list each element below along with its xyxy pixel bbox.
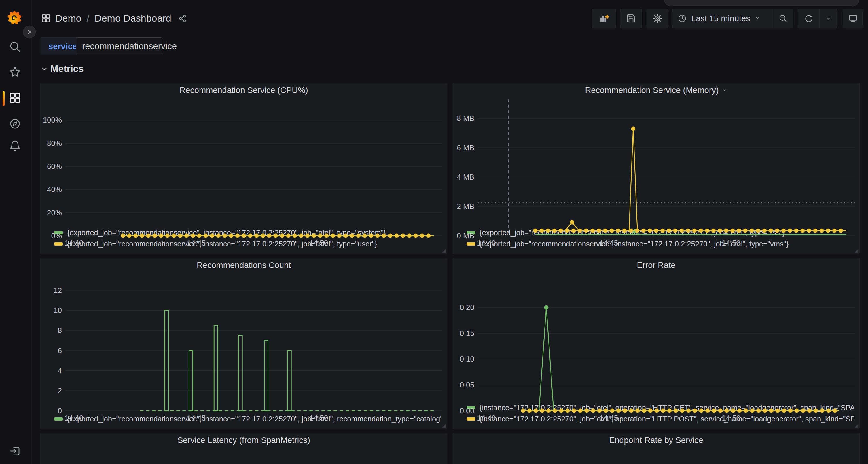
panel-resize-handle[interactable] [442,424,446,428]
section-title: Metrics [51,63,84,74]
breadcrumb-page-title[interactable]: Demo Dashboard [94,13,171,24]
svg-text:8 MB: 8 MB [457,114,474,123]
add-panel-button[interactable] [592,9,616,28]
svg-text:6: 6 [58,346,62,355]
chart-area[interactable]: 0%20%40%60%80%100%14:4014:4514:50 [41,97,447,227]
explore-compass-icon[interactable] [9,118,21,130]
zoom-out-icon [778,14,788,23]
panel-resize-handle[interactable] [855,424,859,428]
panel-title[interactable]: Endpoint Rate by Service [453,433,859,447]
svg-text:2: 2 [58,386,62,395]
svg-text:6 MB: 6 MB [457,143,474,152]
clock-icon [678,14,687,23]
time-range-label: Last 15 minutes [691,14,750,23]
chevron-down-icon [41,65,48,72]
browser-overlay-pill [664,0,859,6]
svg-text:14:45: 14:45 [187,239,206,247]
svg-text:8: 8 [58,326,62,335]
svg-text:14:40: 14:40 [477,239,496,247]
svg-text:12: 12 [54,286,62,295]
panel-recommendations-count: Recommendations Count 02468101214:4014:4… [40,258,447,429]
svg-text:60%: 60% [47,162,62,171]
save-dashboard-button[interactable] [620,9,642,28]
svg-text:14:50: 14:50 [722,413,740,422]
search-icon[interactable] [9,41,21,53]
refresh-group [798,9,837,28]
refresh-icon [804,14,813,23]
dashboards-icon[interactable] [9,92,21,104]
svg-text:14:40: 14:40 [477,413,496,422]
dashboard-settings-button[interactable] [647,9,669,28]
panel-menu-caret-icon[interactable] [722,87,727,93]
svg-text:0.10: 0.10 [460,355,474,363]
svg-text:14:50: 14:50 [309,413,328,422]
refresh-interval-dropdown[interactable] [819,9,837,28]
chart-area[interactable]: 0 MB2 MB4 MB6 MB8 MB14:4014:4514:50 [453,97,859,227]
sidebar [0,0,32,464]
sign-in-icon[interactable] [9,445,21,457]
panel-service-latency: Service Latency (from SpanMetrics) [40,433,447,464]
svg-text:0: 0 [58,406,62,415]
svg-text:14:45: 14:45 [599,239,618,247]
svg-text:14:50: 14:50 [309,239,328,247]
share-icon[interactable] [178,14,187,23]
grafana-logo-icon[interactable] [7,11,21,25]
chart-area[interactable]: 0.000.050.100.150.2014:4014:4514:50 [453,272,859,401]
chevron-down-icon [754,15,760,22]
panel-error-rate: Error Rate 0.000.050.100.150.2014:4014:4… [453,258,860,429]
svg-text:4 MB: 4 MB [457,173,474,181]
panel-title: Recommendation Service (Memory) [585,86,718,95]
svg-text:14:50: 14:50 [722,239,740,247]
plus-icon [606,15,609,18]
svg-text:14:45: 14:45 [187,413,206,422]
svg-text:0.05: 0.05 [460,380,474,389]
svg-text:10: 10 [54,306,62,314]
panel-title[interactable]: Error Rate [453,258,859,272]
metrics-row-toggle[interactable]: Metrics [41,63,84,74]
sidebar-expand-button[interactable] [23,26,36,38]
svg-text:14:45: 14:45 [599,413,618,422]
svg-text:14:40: 14:40 [64,413,83,422]
panel-title[interactable]: Recommendation Service (CPU%) [41,83,447,97]
svg-text:0%: 0% [51,231,62,240]
panel-title[interactable]: Recommendations Count [41,258,447,272]
svg-text:40%: 40% [47,185,62,194]
panel-resize-handle[interactable] [855,249,859,253]
breadcrumb-separator: / [87,13,89,24]
chevron-down-icon [826,15,831,21]
svg-text:2 MB: 2 MB [457,202,474,211]
active-nav-indicator [3,91,5,106]
refresh-button[interactable] [798,9,819,28]
svg-text:0.00: 0.00 [460,406,474,415]
panel-title[interactable]: Service Latency (from SpanMetrics) [41,433,447,447]
kiosk-mode-button[interactable] [843,9,863,28]
panel-cpu: Recommendation Service (CPU%) 0%20%40%60… [40,83,447,254]
chart-area[interactable]: 02468101214:4014:4514:50 [41,272,447,413]
service-variable-dropdown[interactable]: recommendationservice [76,37,162,55]
svg-text:80%: 80% [47,139,62,148]
svg-text:20%: 20% [47,208,62,217]
panel-resize-handle[interactable] [442,249,446,253]
breadcrumb-section[interactable]: Demo [55,13,82,24]
svg-text:0 MB: 0 MB [457,231,474,240]
dashboard-grid-icon [41,13,51,23]
gear-icon [653,13,662,23]
svg-text:14:40: 14:40 [64,239,83,247]
monitor-icon [848,13,858,23]
svg-text:0.15: 0.15 [460,329,474,338]
svg-text:0.20: 0.20 [460,303,474,312]
breadcrumb: Demo / Demo Dashboard [41,13,187,24]
time-range-picker[interactable]: Last 15 minutes [673,9,773,28]
starred-icon[interactable] [9,66,21,78]
svg-text:4: 4 [58,366,62,375]
panel-memory: Recommendation Service (Memory) 0 MB2 MB… [453,83,860,254]
zoom-out-time-button[interactable] [773,9,793,28]
alerting-bell-icon[interactable] [9,140,21,152]
panel-endpoint-rate: Endpoint Rate by Service [453,433,860,464]
time-range-group: Last 15 minutes [672,9,793,28]
svg-text:100%: 100% [43,116,62,124]
service-variable-value: recommendationservice [82,41,177,52]
